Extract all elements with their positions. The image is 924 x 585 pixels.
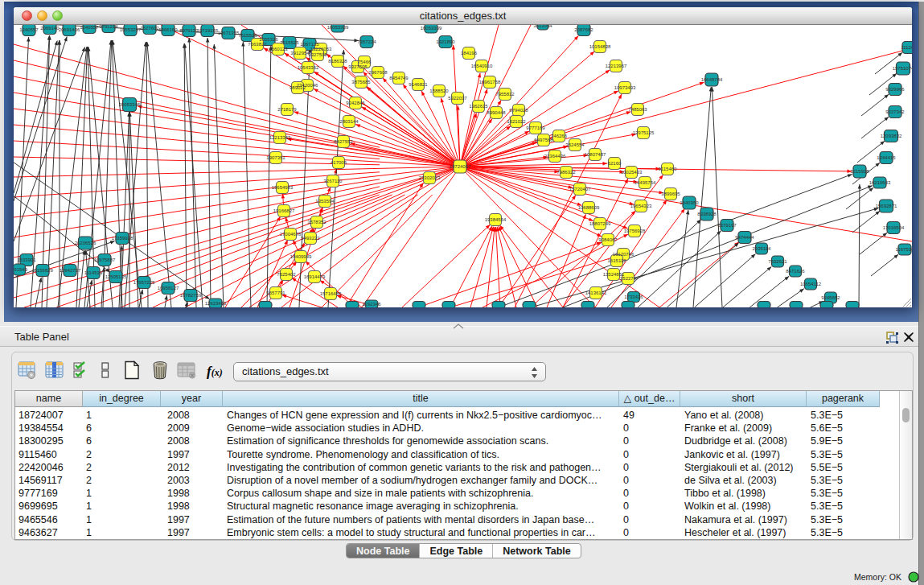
svg-text:9084067: 9084067 bbox=[598, 237, 618, 242]
svg-text:16053309: 16053309 bbox=[327, 25, 349, 30]
svg-text:12942737: 12942737 bbox=[60, 268, 81, 273]
svg-text:1114519: 1114519 bbox=[84, 270, 103, 275]
svg-text:1240557: 1240557 bbox=[19, 27, 39, 32]
svg-text:16210643: 16210643 bbox=[869, 180, 891, 185]
svg-text:16120746: 16120746 bbox=[613, 252, 634, 257]
svg-text:7515526: 7515526 bbox=[238, 33, 257, 38]
svg-text:1362615: 1362615 bbox=[469, 104, 488, 109]
svg-text:10543362: 10543362 bbox=[298, 65, 319, 70]
svg-text:9791214: 9791214 bbox=[99, 25, 118, 29]
svg-text:17359928: 17359928 bbox=[112, 236, 133, 241]
svg-text:8471626: 8471626 bbox=[786, 269, 805, 274]
svg-text:2967608: 2967608 bbox=[368, 70, 388, 75]
svg-text:10973493: 10973493 bbox=[614, 85, 636, 90]
svg-text:9777169: 9777169 bbox=[526, 126, 545, 130]
svg-text:19654983: 19654983 bbox=[272, 185, 294, 190]
svg-text:12093832: 12093832 bbox=[881, 134, 902, 138]
svg-text:5322037: 5322037 bbox=[448, 96, 467, 101]
svg-text:1921890: 1921890 bbox=[436, 39, 455, 44]
svg-text:17016504: 17016504 bbox=[883, 225, 905, 230]
svg-text:2718179: 2718179 bbox=[277, 107, 297, 112]
svg-text:5493222: 5493222 bbox=[301, 236, 320, 241]
svg-text:417006: 417006 bbox=[331, 160, 347, 165]
svg-text:3875685: 3875685 bbox=[351, 80, 371, 84]
svg-text:15720407: 15720407 bbox=[569, 187, 591, 192]
svg-text:3813054: 3813054 bbox=[533, 25, 552, 28]
svg-text:7357224: 7357224 bbox=[357, 39, 376, 44]
svg-text:16961758: 16961758 bbox=[479, 80, 501, 84]
svg-text:8454749: 8454749 bbox=[389, 76, 409, 80]
svg-text:19654323: 19654323 bbox=[630, 204, 652, 208]
svg-text:991549: 991549 bbox=[14, 267, 28, 272]
svg-text:75466: 75466 bbox=[358, 60, 372, 64]
svg-text:15751074: 15751074 bbox=[893, 66, 912, 71]
svg-text:184196: 184196 bbox=[461, 51, 478, 56]
svg-text:10719155: 10719155 bbox=[197, 28, 219, 33]
svg-text:10807487: 10807487 bbox=[585, 152, 606, 157]
svg-text:9146821: 9146821 bbox=[409, 82, 428, 87]
svg-text:15692871: 15692871 bbox=[876, 204, 897, 208]
svg-text:14136141: 14136141 bbox=[585, 290, 607, 295]
svg-text:21364436: 21364436 bbox=[544, 154, 566, 159]
svg-text:1240557: 1240557 bbox=[80, 25, 99, 30]
svg-text:9327503: 9327503 bbox=[308, 52, 327, 57]
svg-text:1621022: 1621022 bbox=[507, 119, 526, 124]
svg-text:111267: 111267 bbox=[901, 45, 912, 50]
svg-text:3624554: 3624554 bbox=[565, 142, 585, 147]
svg-text:8990448: 8990448 bbox=[487, 110, 506, 115]
svg-text:19384554: 19384554 bbox=[485, 217, 507, 222]
svg-text:10671355: 10671355 bbox=[218, 31, 240, 35]
svg-text:1533901: 1533901 bbox=[17, 257, 36, 262]
svg-text:16914479: 16914479 bbox=[304, 274, 326, 279]
svg-text:1907351: 1907351 bbox=[266, 155, 285, 160]
svg-text:17004678: 17004678 bbox=[280, 232, 302, 237]
svg-text:9474444: 9474444 bbox=[735, 235, 754, 240]
svg-text:6794028: 6794028 bbox=[509, 108, 528, 113]
svg-text:12975125: 12975125 bbox=[633, 130, 655, 135]
svg-text:2069140: 2069140 bbox=[40, 26, 60, 31]
svg-text:20053346: 20053346 bbox=[119, 102, 141, 107]
svg-text:2935114: 2935114 bbox=[753, 246, 772, 251]
svg-text:9245652: 9245652 bbox=[821, 295, 840, 300]
svg-text:62160: 62160 bbox=[608, 161, 622, 166]
svg-text:7515525: 7515525 bbox=[280, 40, 299, 45]
svg-text:9115460: 9115460 bbox=[659, 167, 678, 171]
svg-text:1353594: 1353594 bbox=[315, 199, 335, 204]
svg-text:8938928: 8938928 bbox=[697, 212, 717, 216]
svg-text:14495754: 14495754 bbox=[634, 180, 656, 185]
svg-text:11156829: 11156829 bbox=[32, 268, 53, 273]
svg-text:10958127: 10958127 bbox=[158, 286, 179, 290]
svg-text:26206526: 26206526 bbox=[75, 241, 97, 245]
svg-text:6379197: 6379197 bbox=[717, 223, 737, 228]
svg-text:12505135: 12505135 bbox=[105, 274, 127, 279]
svg-text:1640950: 1640950 bbox=[680, 200, 699, 205]
svg-text:12213363: 12213363 bbox=[269, 135, 291, 140]
svg-text:12213967: 12213967 bbox=[606, 64, 627, 68]
svg-text:16782759: 16782759 bbox=[180, 293, 202, 298]
svg-text:7955812: 7955812 bbox=[495, 92, 515, 97]
svg-text:10654112: 10654112 bbox=[800, 282, 822, 286]
svg-text:17957225: 17957225 bbox=[133, 280, 155, 285]
svg-text:8427552: 8427552 bbox=[334, 139, 353, 144]
svg-text:10975887: 10975887 bbox=[94, 257, 116, 262]
svg-text:12923463: 12923463 bbox=[205, 301, 227, 306]
svg-text:13226053: 13226053 bbox=[310, 47, 332, 51]
svg-text:19756928: 19756928 bbox=[624, 229, 646, 233]
svg-text:7663822: 7663822 bbox=[248, 42, 267, 47]
svg-text:1733426: 1733426 bbox=[624, 295, 643, 299]
svg-text:1527602: 1527602 bbox=[140, 26, 159, 31]
svg-text:9227342: 9227342 bbox=[885, 109, 905, 114]
svg-text:7485063: 7485063 bbox=[628, 107, 647, 112]
svg-text:3578352: 3578352 bbox=[307, 220, 326, 225]
svg-text:7625402: 7625402 bbox=[277, 272, 296, 277]
svg-text:2087682: 2087682 bbox=[574, 27, 593, 32]
svg-text:6497568: 6497568 bbox=[534, 138, 553, 142]
svg-text:10553267: 10553267 bbox=[120, 27, 142, 32]
svg-text:6466160: 6466160 bbox=[158, 27, 178, 32]
svg-text:10154838: 10154838 bbox=[589, 44, 611, 49]
svg-text:16648784: 16648784 bbox=[701, 77, 723, 82]
svg-text:1588520: 1588520 bbox=[429, 89, 449, 93]
svg-text:746266: 746266 bbox=[551, 134, 568, 138]
svg-text:18409949: 18409949 bbox=[290, 254, 312, 259]
svg-text:16053309: 16053309 bbox=[421, 26, 442, 31]
